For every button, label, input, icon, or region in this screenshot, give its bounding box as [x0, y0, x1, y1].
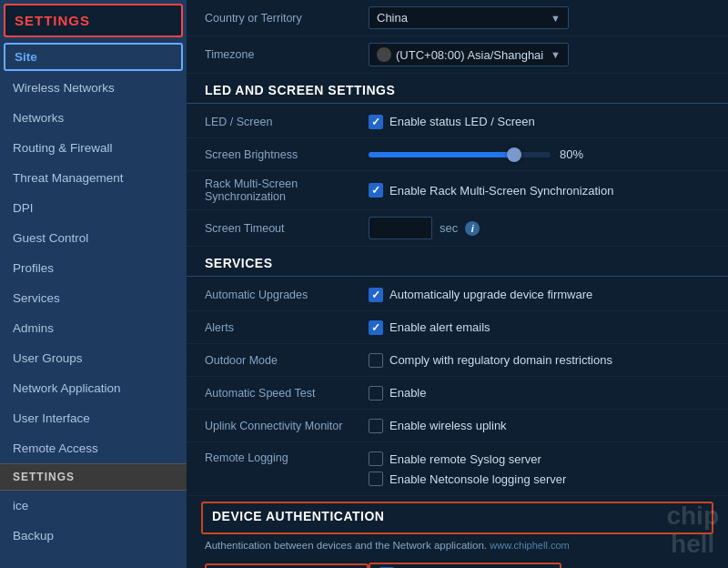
- sidebar-item-backup[interactable]: Backup: [0, 521, 187, 551]
- settings-header: SETTINGS: [4, 4, 183, 37]
- country-label: Country or Territory: [205, 12, 369, 25]
- rack-row: Rack Multi-Screen Synchronization Enable…: [187, 171, 728, 210]
- country-value: China: [377, 11, 408, 25]
- timezone-dropdown-arrow: ▼: [551, 49, 561, 60]
- outdoor-label: Outdoor Mode: [205, 354, 369, 367]
- sidebar-item-user-groups[interactable]: User Groups: [0, 343, 187, 373]
- uplink-checkbox-container[interactable]: Enable wireless uplink: [369, 419, 507, 433]
- outdoor-checkbox-label: Comply with regulatory domain restrictio…: [389, 353, 612, 367]
- remote-logging-control: Enable remote Syslog server Enable Netco…: [369, 451, 710, 486]
- timezone-icon: [377, 47, 391, 62]
- sidebar-item-dpi[interactable]: DPI: [0, 193, 187, 223]
- auto-speed-checkbox-container[interactable]: Enable: [369, 386, 426, 401]
- country-dropdown-arrow: ▼: [551, 13, 561, 24]
- brightness-slider-thumb[interactable]: [507, 147, 521, 162]
- auto-speed-control: Enable: [369, 386, 710, 401]
- uplink-checkbox[interactable]: [369, 419, 383, 433]
- sidebar-item-network-application[interactable]: Network Application: [0, 373, 187, 403]
- rack-checkbox-container[interactable]: Enable Rack Multi-Screen Synchronization: [369, 183, 613, 198]
- remote-logging-checkbox1-label: Enable remote Syslog server: [389, 452, 541, 466]
- remote-logging-checkbox2[interactable]: [369, 472, 383, 486]
- sidebar-item-wireless-networks[interactable]: Wireless Networks: [0, 73, 187, 103]
- led-screen-checkbox[interactable]: [369, 115, 383, 129]
- alerts-control: Enable alert emails: [369, 320, 710, 335]
- sidebar: SETTINGS Site Wireless Networks Networks…: [0, 0, 187, 568]
- sidebar-item-site[interactable]: Site: [4, 43, 183, 71]
- uplink-row: Uplink Connectivity Monitor Enable wirel…: [187, 410, 728, 442]
- auto-upgrades-checkbox[interactable]: [369, 288, 383, 302]
- rack-checkbox-label: Enable Rack Multi-Screen Synchronization: [389, 184, 613, 198]
- sidebar-item-user-interface[interactable]: User Interface: [0, 403, 187, 433]
- ssh-auth-checkbox-container[interactable]: Enable SSH authentication: [369, 563, 561, 568]
- remote-logging-row: Remote Logging Enable remote Syslog serv…: [187, 442, 728, 496]
- brightness-label: Screen Brightness: [205, 148, 369, 161]
- timeout-label: Screen Timeout: [205, 222, 369, 235]
- timeout-unit: sec: [440, 221, 458, 235]
- sidebar-item-networks[interactable]: Networks: [0, 103, 187, 133]
- timezone-value: (UTC+08:00) Asia/Shanghai: [396, 48, 543, 62]
- led-screen-checkbox-label: Enable status LED / Screen: [389, 115, 535, 128]
- alerts-checkbox[interactable]: [369, 320, 383, 335]
- sidebar-item-threat-management[interactable]: Threat Management: [0, 163, 187, 193]
- rack-control: Enable Rack Multi-Screen Synchronization: [369, 183, 710, 198]
- settings-section-label: SETTINGS: [0, 463, 187, 491]
- timezone-dropdown[interactable]: (UTC+08:00) Asia/Shanghai ▼: [369, 43, 569, 66]
- services-section-title: SERVICES: [187, 247, 728, 277]
- sidebar-item-ice[interactable]: ice: [0, 491, 187, 521]
- url-text: www.chiphell.com: [490, 540, 569, 551]
- remote-logging-checkbox2-container[interactable]: Enable Netconsole logging server: [369, 472, 566, 486]
- brightness-value: 80%: [560, 147, 592, 161]
- alerts-checkbox-label: Enable alert emails: [389, 320, 490, 334]
- country-control: China ▼: [369, 6, 710, 29]
- auto-upgrades-control: Automatically upgrade device firmware: [369, 288, 710, 302]
- brightness-row: Screen Brightness 80%: [187, 138, 728, 171]
- uplink-checkbox-label: Enable wireless uplink: [389, 419, 507, 432]
- timeout-input[interactable]: 300: [369, 217, 432, 239]
- brightness-slider-container: 80%: [369, 147, 710, 161]
- sidebar-item-routing-firewall[interactable]: Routing & Firewall: [0, 133, 187, 163]
- country-dropdown[interactable]: China ▼: [369, 6, 569, 29]
- brightness-slider-track[interactable]: [369, 152, 551, 157]
- remote-logging-checkbox2-label: Enable Netconsole logging server: [389, 472, 566, 486]
- remote-logging-label: Remote Logging: [205, 451, 369, 464]
- outdoor-row: Outdoor Mode Comply with regulatory doma…: [187, 344, 728, 377]
- timezone-label: Timezone: [205, 48, 369, 61]
- sidebar-item-profiles[interactable]: Profiles: [0, 253, 187, 283]
- alerts-checkbox-container[interactable]: Enable alert emails: [369, 320, 490, 335]
- auto-upgrades-checkbox-container[interactable]: Automatically upgrade device firmware: [369, 288, 592, 302]
- led-screen-label: LED / Screen: [205, 116, 369, 128]
- timeout-control: 300 sec i: [369, 217, 710, 239]
- auto-speed-label: Automatic Speed Test: [205, 387, 369, 400]
- auto-upgrades-label: Automatic Upgrades: [205, 289, 369, 301]
- timeout-row: Screen Timeout 300 sec i: [187, 210, 728, 247]
- remote-logging-checkbox1-container[interactable]: Enable remote Syslog server: [369, 451, 541, 466]
- led-screen-checkbox-container[interactable]: Enable status LED / Screen: [369, 115, 535, 129]
- auto-speed-row: Automatic Speed Test Enable: [187, 377, 728, 410]
- sidebar-item-guest-control[interactable]: Guest Control: [0, 223, 187, 253]
- sidebar-item-admins[interactable]: Admins: [0, 313, 187, 343]
- auto-speed-checkbox-label: Enable: [389, 386, 426, 400]
- alerts-label: Alerts: [205, 321, 369, 334]
- sidebar-item-services[interactable]: Services: [0, 283, 187, 313]
- rack-checkbox[interactable]: [369, 183, 383, 198]
- led-screen-row: LED / Screen Enable status LED / Screen: [187, 106, 728, 138]
- ssh-auth-control: Enable SSH authentication: [369, 563, 710, 568]
- rack-label: Rack Multi-Screen Synchronization: [205, 178, 369, 203]
- led-screen-control: Enable status LED / Screen: [369, 115, 710, 129]
- main-content: Country or Territory China ▼ Timezone (U…: [187, 0, 728, 568]
- outdoor-control: Comply with regulatory domain restrictio…: [369, 353, 710, 368]
- ssh-auth-row: SSH Authentication Enable SSH authentica…: [187, 556, 728, 568]
- brightness-slider-fill: [369, 152, 514, 157]
- alerts-row: Alerts Enable alert emails: [187, 311, 728, 344]
- info-icon[interactable]: i: [465, 221, 480, 236]
- timezone-control: (UTC+08:00) Asia/Shanghai ▼: [369, 43, 710, 66]
- uplink-label: Uplink Connectivity Monitor: [205, 420, 369, 432]
- auto-upgrades-checkbox-label: Automatically upgrade device firmware: [389, 288, 592, 301]
- device-auth-desc: Authentication between devices and the N…: [187, 536, 728, 556]
- outdoor-checkbox[interactable]: [369, 353, 383, 368]
- sidebar-item-remote-access[interactable]: Remote Access: [0, 433, 187, 463]
- auto-speed-checkbox[interactable]: [369, 386, 383, 401]
- remote-logging-checkbox1[interactable]: [369, 451, 383, 466]
- outdoor-checkbox-container[interactable]: Comply with regulatory domain restrictio…: [369, 353, 612, 368]
- device-auth-section-title: DEVICE AUTHENTICATION: [212, 509, 703, 527]
